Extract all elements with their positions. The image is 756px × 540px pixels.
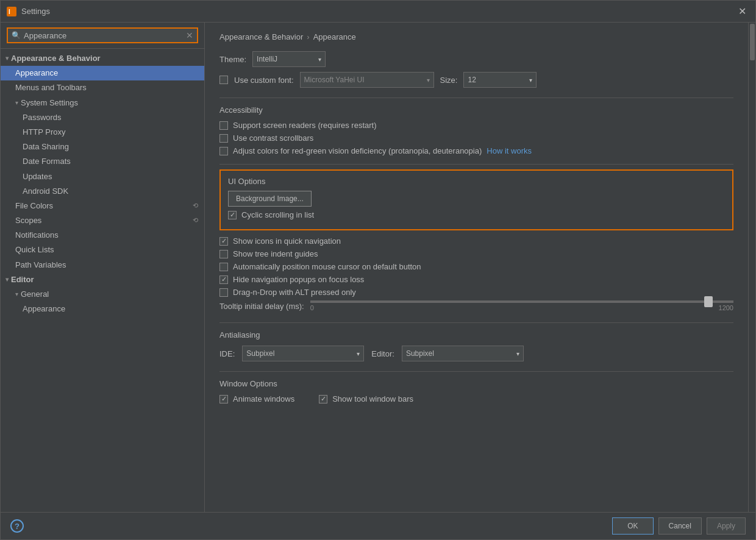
sync-icon: ⟲ (193, 201, 198, 210)
sidebar-item-appearance[interactable]: Appearance (1, 66, 204, 80)
ide-antialiasing-value: Subpixel (246, 349, 274, 358)
cyclic-scrolling-checkbox[interactable] (228, 211, 237, 219)
scrollbar[interactable] (748, 23, 755, 512)
sidebar-item-label: Quick Lists (15, 244, 54, 255)
auto-position-checkbox[interactable] (219, 263, 228, 271)
ide-antialiasing-dropdown[interactable]: Subpixel ▾ (242, 346, 364, 361)
cyclic-scrolling-row: Cyclic scrolling in list (228, 210, 725, 219)
sidebar-item-passwords[interactable]: Passwords (1, 110, 204, 125)
animate-windows-checkbox[interactable] (219, 395, 228, 403)
sidebar-item-label: Passwords (23, 112, 62, 123)
breadcrumb-part2: Appearance (313, 32, 356, 41)
cancel-button[interactable]: Cancel (658, 517, 702, 535)
sidebar-item-label: Menus and Toolbars (15, 82, 87, 93)
sidebar-item-label: File Colors (15, 201, 53, 211)
sidebar-item-notifications[interactable]: Notifications (1, 228, 204, 243)
color-adjust-label: Adjust colors for red-green vision defic… (233, 146, 482, 155)
window-options-row: Animate windows Show tool window bars (219, 394, 733, 407)
drag-n-drop-checkbox[interactable] (219, 288, 228, 297)
show-icons-row: Show icons in quick navigation (219, 236, 733, 246)
ok-button[interactable]: OK (612, 517, 653, 535)
cyclic-scrolling-label: Cyclic scrolling in list (241, 210, 314, 219)
custom-font-checkbox[interactable] (219, 76, 228, 84)
screen-readers-row: Support screen readers (requires restart… (219, 121, 733, 130)
screen-readers-checkbox[interactable] (219, 121, 228, 130)
sidebar-item-general[interactable]: ▾ General (1, 287, 204, 302)
ui-options-box: UI Options Background Image... Cyclic sc… (219, 169, 733, 230)
screen-readers-label: Support screen readers (requires restart… (233, 121, 377, 130)
sidebar-item-http-proxy[interactable]: HTTP Proxy (1, 125, 204, 140)
sidebar: 🔍 ✕ ▾ Appearance & Behavior Appearance M… (1, 23, 205, 512)
divider (219, 98, 733, 98)
bg-image-row: Background Image... (228, 191, 725, 207)
sidebar-item-updates[interactable]: Updates (1, 169, 204, 184)
scrollbar-thumb[interactable] (750, 24, 755, 60)
tooltip-label: Tooltip initial delay (ms): (219, 302, 304, 311)
sidebar-item-label: General (21, 289, 49, 300)
content-area: Appearance & Behavior › Appearance Theme… (205, 23, 748, 512)
sidebar-item-quick-lists[interactable]: Quick Lists (1, 243, 204, 257)
drag-n-drop-label: Drag-n-Drop with ALT pressed only (233, 288, 356, 297)
show-icons-checkbox[interactable] (219, 237, 228, 246)
chevron-icon: ▾ (5, 275, 9, 284)
animate-windows-label: Animate windows (233, 394, 294, 403)
window-options-title: Window Options (219, 379, 733, 388)
apply-button[interactable]: Apply (707, 517, 746, 535)
background-image-button[interactable]: Background Image... (228, 191, 312, 207)
bottom-bar: ? OK Cancel Apply (1, 512, 755, 539)
hide-popups-row: Hide navigation popups on focus loss (219, 275, 733, 284)
sidebar-item-label: Notifications (15, 230, 59, 241)
sidebar-item-date-formats[interactable]: Date Formats (1, 154, 204, 169)
chevron-down-icon: ▾ (516, 350, 519, 357)
contrast-scrollbars-row: Use contrast scrollbars (219, 133, 733, 143)
tooltip-row: Tooltip initial delay (ms): 0 1200 (219, 300, 733, 311)
sync-icon: ⟲ (193, 216, 198, 225)
slider-min: 0 (310, 304, 314, 311)
sidebar-item-label: Appearance (15, 68, 58, 79)
search-box: 🔍 ✕ (1, 23, 204, 49)
how-it-works-link[interactable]: How it works (487, 146, 532, 155)
sidebar-item-appearance-behavior[interactable]: ▾ Appearance & Behavior (1, 51, 204, 66)
theme-dropdown[interactable]: IntelliJ ▾ (252, 51, 326, 67)
slider-labels: 0 1200 (310, 304, 733, 311)
accessibility-title: Accessibility (219, 105, 733, 115)
sidebar-item-scopes[interactable]: Scopes ⟲ (1, 213, 204, 228)
sidebar-item-path-variables[interactable]: Path Variables (1, 258, 204, 272)
tooltip-slider[interactable] (310, 300, 733, 303)
chevron-icon: ▾ (5, 54, 9, 63)
show-tool-bars-checkbox[interactable] (319, 395, 327, 403)
sidebar-item-data-sharing[interactable]: Data Sharing (1, 140, 204, 154)
tree-indent-row: Show tree indent guides (219, 249, 733, 258)
sidebar-item-system-settings[interactable]: ▾ System Settings (1, 96, 204, 110)
sidebar-item-editor-appearance[interactable]: Appearance (1, 302, 204, 316)
sidebar-item-file-colors[interactable]: File Colors ⟲ (1, 199, 204, 213)
search-clear-icon[interactable]: ✕ (186, 30, 193, 40)
tree-indent-checkbox[interactable] (219, 250, 228, 258)
font-size-dropdown[interactable]: 12 ▾ (463, 72, 537, 88)
color-adjust-checkbox[interactable] (219, 147, 228, 155)
editor-antialiasing-dropdown[interactable]: Subpixel ▾ (402, 346, 524, 361)
search-input[interactable] (24, 31, 186, 40)
sidebar-item-menus-toolbars[interactable]: Menus and Toolbars (1, 80, 204, 95)
contrast-scrollbars-checkbox[interactable] (219, 134, 228, 143)
font-dropdown[interactable]: Microsoft YaHei UI ▾ (300, 72, 434, 88)
chevron-down-icon: ▾ (357, 350, 360, 357)
editor-label: Editor: (371, 349, 394, 358)
sidebar-item-label: HTTP Proxy (23, 127, 66, 138)
chevron-down-icon: ▾ (318, 56, 321, 63)
divider2 (219, 164, 733, 165)
settings-dialog: I Settings ✕ 🔍 ✕ ▾ Appearance & Behavior (0, 0, 756, 540)
color-adjust-row: Adjust colors for red-green vision defic… (219, 146, 733, 155)
sidebar-item-label: Appearance (23, 304, 65, 314)
chevron-down-icon: ▾ (427, 77, 430, 83)
close-button[interactable]: ✕ (735, 4, 749, 19)
hide-popups-checkbox[interactable] (219, 275, 228, 284)
sidebar-item-editor[interactable]: ▾ Editor (1, 272, 204, 287)
sidebar-item-android-sdk[interactable]: Android SDK (1, 184, 204, 199)
help-button[interactable]: ? (10, 519, 24, 533)
main-content: 🔍 ✕ ▾ Appearance & Behavior Appearance M… (1, 23, 755, 512)
drag-n-drop-row: Drag-n-Drop with ALT pressed only (219, 288, 733, 297)
sidebar-item-label: Scopes (15, 215, 41, 226)
custom-font-label: Use custom font: (234, 76, 294, 85)
divider4 (219, 371, 733, 372)
